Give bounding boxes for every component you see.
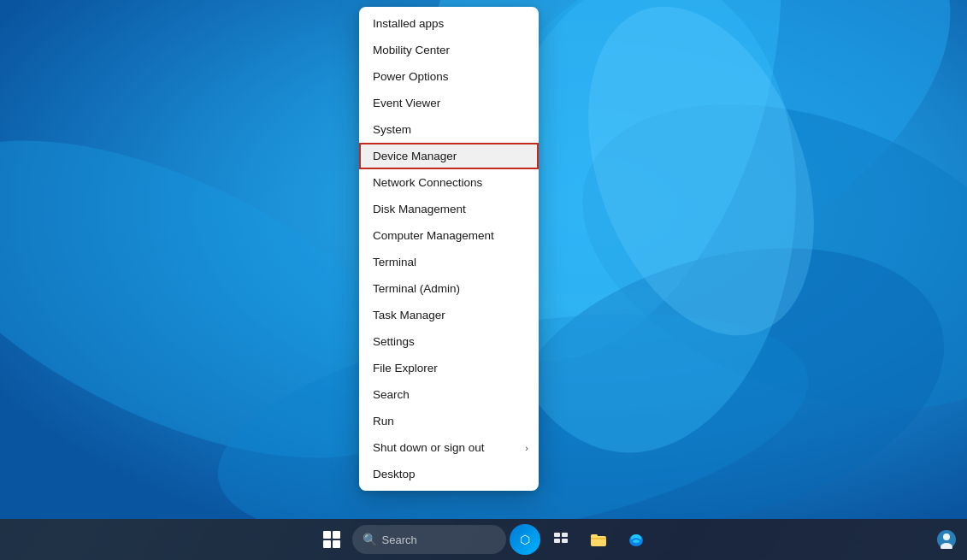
avatar-icon (937, 530, 956, 549)
cortana-icon: ⬡ (520, 533, 530, 546)
menu-item-event-viewer[interactable]: Event Viewer (359, 90, 539, 116)
submenu-arrow-icon: › (525, 443, 528, 453)
taskbar-search-icon: 🔍 (363, 533, 377, 546)
start-button[interactable] (315, 522, 349, 557)
menu-item-network-connections[interactable]: Network Connections (359, 169, 539, 196)
context-menu: Installed apps Mobility Center Power Opt… (359, 7, 539, 491)
menu-item-installed-apps[interactable]: Installed apps (359, 10, 539, 37)
file-explorer-icon (590, 531, 607, 548)
svg-point-18 (943, 533, 950, 540)
edge-icon (628, 531, 645, 548)
menu-item-power-options[interactable]: Power Options (359, 63, 539, 90)
taskbar: 🔍 Search ⬡ (0, 519, 967, 560)
taskbar-search-bar[interactable]: 🔍 Search (352, 525, 506, 554)
menu-item-search[interactable]: Search (359, 381, 539, 408)
menu-item-computer-management[interactable]: Computer Management (359, 222, 539, 249)
menu-item-disk-management[interactable]: Disk Management (359, 196, 539, 222)
menu-item-terminal-admin[interactable]: Terminal (Admin) (359, 275, 539, 302)
menu-item-run[interactable]: Run (359, 408, 539, 434)
taskbar-center-icons: 🔍 Search ⬡ (315, 522, 653, 557)
svg-rect-11 (554, 539, 560, 543)
edge-taskbar-button[interactable] (619, 522, 653, 557)
svg-rect-10 (562, 533, 568, 537)
task-view-icon (553, 532, 569, 547)
svg-rect-12 (562, 539, 568, 543)
menu-item-system[interactable]: System (359, 116, 539, 143)
svg-rect-14 (591, 534, 598, 538)
user-avatar-taskbar[interactable] (933, 526, 960, 553)
task-view-button[interactable] (544, 522, 578, 557)
desktop: Installed apps Mobility Center Power Opt… (0, 0, 967, 560)
menu-item-settings[interactable]: Settings (359, 328, 539, 355)
menu-item-desktop[interactable]: Desktop (359, 461, 539, 487)
cortana-button[interactable]: ⬡ (510, 524, 540, 555)
menu-item-device-manager[interactable]: Device Manager (359, 143, 539, 169)
file-explorer-taskbar-button[interactable] (581, 522, 616, 557)
taskbar-search-label: Search (382, 533, 417, 546)
menu-item-shut-down[interactable]: Shut down or sign out › (359, 434, 539, 461)
menu-item-task-manager[interactable]: Task Manager (359, 302, 539, 328)
menu-item-file-explorer[interactable]: File Explorer (359, 355, 539, 381)
menu-item-terminal[interactable]: Terminal (359, 249, 539, 275)
svg-rect-9 (554, 533, 560, 537)
system-tray (933, 519, 960, 560)
menu-item-mobility-center[interactable]: Mobility Center (359, 37, 539, 63)
windows-logo-icon (323, 531, 340, 548)
